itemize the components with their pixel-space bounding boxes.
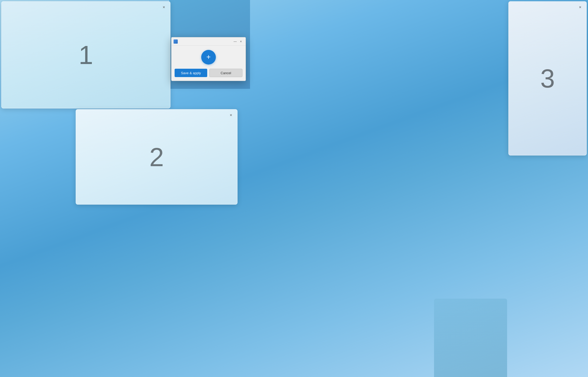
dialog-action-buttons: Save & apply Cancel <box>175 69 242 77</box>
dialog-close-button[interactable]: × <box>238 39 243 44</box>
window-3-close-button[interactable]: × <box>577 4 583 10</box>
save-apply-dialog: — × + Save & apply Cancel <box>171 37 246 81</box>
cancel-button[interactable]: Cancel <box>209 69 242 77</box>
window-1-number: 1 <box>79 40 93 70</box>
window-1: × 1 <box>1 1 170 108</box>
save-apply-button[interactable]: Save & apply <box>175 69 207 77</box>
window-3: × 3 <box>508 1 587 155</box>
dialog-titlebar: — × <box>171 37 246 46</box>
bottom-decorative-panel <box>434 299 507 377</box>
window-3-number: 3 <box>540 63 555 94</box>
window-1-close-button[interactable]: × <box>161 4 167 10</box>
dialog-content: + Save & apply Cancel <box>171 46 246 80</box>
plus-icon: + <box>206 53 211 61</box>
dialog-app-icon <box>174 39 178 44</box>
window-2: × 2 <box>76 109 237 205</box>
dialog-minimize-button[interactable]: — <box>233 39 238 44</box>
dialog-titlebar-controls: — × <box>233 39 243 44</box>
window-2-number: 2 <box>149 142 164 172</box>
add-button[interactable]: + <box>201 50 216 65</box>
window-2-close-button[interactable]: × <box>228 112 234 118</box>
